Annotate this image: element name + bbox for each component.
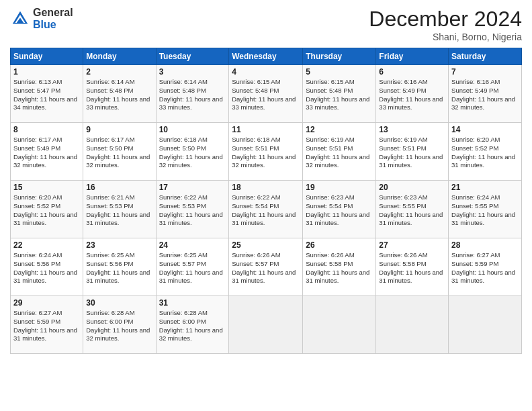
day-info: Sunrise: 6:22 AM Sunset: 5:53 PM Dayligh…	[159, 193, 226, 228]
col-tuesday: Tuesday	[156, 48, 229, 65]
calendar-cell: 24Sunrise: 6:25 AM Sunset: 5:57 PM Dayli…	[156, 238, 229, 296]
day-number: 3	[159, 67, 226, 77]
calendar-cell: 20Sunrise: 6:23 AM Sunset: 5:55 PM Dayli…	[376, 181, 449, 238]
day-info: Sunrise: 6:24 AM Sunset: 5:56 PM Dayligh…	[13, 251, 80, 285]
day-number: 15	[13, 183, 80, 192]
calendar-cell	[229, 296, 303, 354]
calendar-cell: 30Sunrise: 6:28 AM Sunset: 6:00 PM Dayli…	[83, 296, 156, 354]
day-info: Sunrise: 6:22 AM Sunset: 5:54 PM Dayligh…	[232, 193, 300, 228]
day-info: Sunrise: 6:16 AM Sunset: 5:49 PM Dayligh…	[379, 78, 445, 112]
day-number: 17	[159, 183, 226, 192]
calendar-week-3: 15Sunrise: 6:20 AM Sunset: 5:52 PM Dayli…	[11, 181, 522, 238]
day-info: Sunrise: 6:27 AM Sunset: 5:59 PM Dayligh…	[13, 309, 80, 343]
day-info: Sunrise: 6:16 AM Sunset: 5:49 PM Dayligh…	[451, 78, 519, 112]
day-info: Sunrise: 6:17 AM Sunset: 5:50 PM Dayligh…	[86, 136, 152, 170]
calendar-cell: 4Sunrise: 6:15 AM Sunset: 5:48 PM Daylig…	[229, 65, 303, 123]
calendar-cell: 23Sunrise: 6:25 AM Sunset: 5:56 PM Dayli…	[83, 238, 156, 296]
logo-blue-text: Blue	[33, 19, 73, 31]
calendar-cell: 6Sunrise: 6:16 AM Sunset: 5:49 PM Daylig…	[376, 65, 449, 123]
day-number: 5	[306, 67, 373, 77]
day-number: 9	[86, 125, 152, 134]
day-info: Sunrise: 6:18 AM Sunset: 5:51 PM Dayligh…	[232, 136, 300, 170]
col-thursday: Thursday	[303, 48, 376, 65]
day-info: Sunrise: 6:19 AM Sunset: 5:51 PM Dayligh…	[306, 136, 373, 170]
calendar-cell: 22Sunrise: 6:24 AM Sunset: 5:56 PM Dayli…	[11, 238, 83, 296]
calendar-cell	[303, 296, 376, 354]
calendar-cell: 9Sunrise: 6:17 AM Sunset: 5:50 PM Daylig…	[83, 123, 156, 181]
calendar-cell: 29Sunrise: 6:27 AM Sunset: 5:59 PM Dayli…	[11, 296, 83, 354]
day-number: 4	[232, 67, 300, 77]
calendar-cell	[376, 296, 449, 354]
day-number: 10	[159, 125, 226, 134]
day-info: Sunrise: 6:15 AM Sunset: 5:48 PM Dayligh…	[232, 78, 300, 112]
day-info: Sunrise: 6:27 AM Sunset: 5:59 PM Dayligh…	[451, 251, 519, 285]
calendar-cell: 3Sunrise: 6:14 AM Sunset: 5:48 PM Daylig…	[156, 65, 229, 123]
day-number: 11	[232, 125, 300, 134]
calendar-cell: 12Sunrise: 6:19 AM Sunset: 5:51 PM Dayli…	[303, 123, 376, 181]
col-friday: Friday	[376, 48, 449, 65]
day-info: Sunrise: 6:17 AM Sunset: 5:49 PM Dayligh…	[13, 136, 80, 170]
day-info: Sunrise: 6:19 AM Sunset: 5:51 PM Dayligh…	[379, 136, 445, 170]
calendar-cell: 13Sunrise: 6:19 AM Sunset: 5:51 PM Dayli…	[376, 123, 449, 181]
day-info: Sunrise: 6:13 AM Sunset: 5:47 PM Dayligh…	[13, 78, 80, 112]
day-info: Sunrise: 6:14 AM Sunset: 5:48 PM Dayligh…	[86, 78, 152, 112]
day-number: 19	[306, 183, 373, 192]
day-info: Sunrise: 6:23 AM Sunset: 5:55 PM Dayligh…	[379, 193, 445, 228]
day-info: Sunrise: 6:14 AM Sunset: 5:48 PM Dayligh…	[159, 78, 226, 112]
calendar-cell: 18Sunrise: 6:22 AM Sunset: 5:54 PM Dayli…	[229, 181, 303, 238]
calendar-cell: 25Sunrise: 6:26 AM Sunset: 5:57 PM Dayli…	[229, 238, 303, 296]
calendar-header: Sunday Monday Tuesday Wednesday Thursday…	[11, 48, 522, 65]
day-number: 1	[13, 67, 80, 77]
day-number: 2	[86, 67, 152, 77]
calendar-week-5: 29Sunrise: 6:27 AM Sunset: 5:59 PM Dayli…	[11, 296, 522, 354]
calendar-cell: 10Sunrise: 6:18 AM Sunset: 5:50 PM Dayli…	[156, 123, 229, 181]
logo: General Blue	[10, 7, 73, 30]
calendar-cell: 11Sunrise: 6:18 AM Sunset: 5:51 PM Dayli…	[229, 123, 303, 181]
col-monday: Monday	[83, 48, 156, 65]
calendar-cell: 19Sunrise: 6:23 AM Sunset: 5:54 PM Dayli…	[303, 181, 376, 238]
day-number: 30	[86, 298, 152, 308]
calendar-cell: 26Sunrise: 6:26 AM Sunset: 5:58 PM Dayli…	[303, 238, 376, 296]
col-wednesday: Wednesday	[229, 48, 303, 65]
col-sunday: Sunday	[11, 48, 83, 65]
day-info: Sunrise: 6:24 AM Sunset: 5:55 PM Dayligh…	[451, 193, 519, 228]
day-info: Sunrise: 6:23 AM Sunset: 5:54 PM Dayligh…	[306, 193, 373, 228]
calendar-cell: 17Sunrise: 6:22 AM Sunset: 5:53 PM Dayli…	[156, 181, 229, 238]
day-number: 7	[451, 67, 519, 77]
day-info: Sunrise: 6:26 AM Sunset: 5:58 PM Dayligh…	[379, 251, 445, 285]
day-number: 12	[306, 125, 373, 134]
day-info: Sunrise: 6:18 AM Sunset: 5:50 PM Dayligh…	[159, 136, 226, 170]
day-info: Sunrise: 6:28 AM Sunset: 6:00 PM Dayligh…	[159, 309, 226, 343]
page-subtitle: Shani, Borno, Nigeria	[369, 32, 522, 42]
day-number: 20	[379, 183, 445, 192]
calendar-cell: 15Sunrise: 6:20 AM Sunset: 5:52 PM Dayli…	[11, 181, 83, 238]
calendar-cell: 2Sunrise: 6:14 AM Sunset: 5:48 PM Daylig…	[83, 65, 156, 123]
logo-text: General Blue	[33, 7, 73, 30]
day-info: Sunrise: 6:26 AM Sunset: 5:58 PM Dayligh…	[306, 251, 373, 285]
title-block: December 2024 Shani, Borno, Nigeria	[369, 7, 522, 42]
day-number: 8	[13, 125, 80, 134]
calendar-cell: 14Sunrise: 6:20 AM Sunset: 5:52 PM Dayli…	[449, 123, 522, 181]
calendar-cell	[449, 296, 522, 354]
calendar-cell: 31Sunrise: 6:28 AM Sunset: 6:00 PM Dayli…	[156, 296, 229, 354]
page-title: December 2024	[369, 7, 522, 32]
day-number: 16	[86, 183, 152, 192]
calendar-cell: 16Sunrise: 6:21 AM Sunset: 5:53 PM Dayli…	[83, 181, 156, 238]
calendar-week-2: 8Sunrise: 6:17 AM Sunset: 5:49 PM Daylig…	[11, 123, 522, 181]
day-number: 31	[159, 298, 226, 308]
col-saturday: Saturday	[449, 48, 522, 65]
day-number: 14	[451, 125, 519, 134]
calendar-cell: 8Sunrise: 6:17 AM Sunset: 5:49 PM Daylig…	[11, 123, 83, 181]
day-number: 22	[13, 240, 80, 250]
logo-icon	[10, 9, 30, 29]
calendar-week-1: 1Sunrise: 6:13 AM Sunset: 5:47 PM Daylig…	[11, 65, 522, 123]
day-number: 13	[379, 125, 445, 134]
calendar-cell: 5Sunrise: 6:15 AM Sunset: 5:48 PM Daylig…	[303, 65, 376, 123]
day-info: Sunrise: 6:25 AM Sunset: 5:57 PM Dayligh…	[159, 251, 226, 285]
calendar-week-4: 22Sunrise: 6:24 AM Sunset: 5:56 PM Dayli…	[11, 238, 522, 296]
calendar-cell: 21Sunrise: 6:24 AM Sunset: 5:55 PM Dayli…	[449, 181, 522, 238]
day-number: 21	[451, 183, 519, 192]
day-info: Sunrise: 6:15 AM Sunset: 5:48 PM Dayligh…	[306, 78, 373, 112]
page: General Blue December 2024 Shani, Borno,…	[0, 0, 532, 411]
day-info: Sunrise: 6:20 AM Sunset: 5:52 PM Dayligh…	[451, 136, 519, 170]
